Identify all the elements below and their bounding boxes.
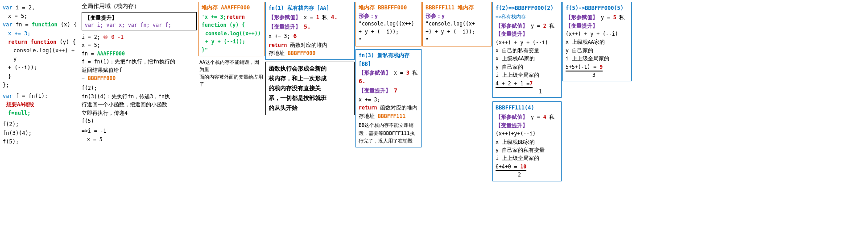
global-hoisting-box: 【变量提升】 var i; var x; var fn; var f; (82, 12, 197, 30)
code-line-4: x += 3; (3, 29, 79, 38)
assign-f2: f(2); (82, 84, 197, 92)
code-line-3: var fn = function (x) { (3, 21, 79, 29)
heap-bbb-box: 堆内存 BBBFFF000 形参：y "console.log((x++) + … (355, 2, 422, 46)
f2-stack-title: f(2)=>BBBFFF000(2) (496, 4, 558, 13)
fn4-param-row: 【形参赋值】 y = 4 私 (496, 113, 558, 121)
assign-fn: fn = AAAFFF000 (82, 50, 197, 58)
fn3-note: BB这个栈内存不能立即销 (359, 122, 418, 130)
fn4-y-note: y 自己家的私有变量 (496, 146, 558, 154)
f2-param-row: 【形参赋值】 y = 2 私 (496, 22, 558, 30)
assign-f-comment: f = fn(1)：先把fn执行，把fn执行的 (82, 58, 197, 66)
f2-y-note: y 自己家的 (496, 63, 558, 71)
code-line-7: + (--i)); (3, 63, 79, 72)
heap-aa-col: 堆内存 AAAFFF000 'x += 3;return function (y… (198, 2, 265, 233)
code-line-5: return function (y) { (3, 38, 79, 46)
fn4-result2: 2 (496, 171, 558, 179)
heap-aa-header: 堆内存 AAAFFF000 (202, 4, 261, 12)
code-line-12: f=null; (3, 109, 79, 118)
code-line-10: var f = fn(1): (3, 92, 79, 101)
heap-bbb111-param: 形参：y (426, 13, 488, 20)
result-i: =>i = -1 (82, 127, 197, 135)
fn3-stack-box: fn(3) 新私有栈内存 [BB] 【形参赋值】 x = 3 私 6. 【变量提… (355, 49, 422, 147)
code-line-11: 想要AA销毁 (3, 101, 79, 109)
assign-i: i = 2; ⑩ 0 -1 (82, 33, 197, 41)
fn3-hoist-row: 【变量提升】 7 (359, 86, 418, 96)
global-var-declares: var i; var x; var fn; var f; (85, 22, 194, 28)
fn3-note2: 毁，需要等BBBFFF111执 (359, 130, 418, 138)
f5-result2: 3 (566, 71, 628, 79)
code-line-8: } (3, 72, 79, 81)
code-line-14: fn(3)(4); (3, 129, 79, 138)
f2-calc1: (x++) + y + (--i) (496, 38, 558, 46)
fn4-result: 6+4+0 = 10 (496, 163, 558, 171)
heap-bbb111-col: BBBFFF111 堆内存 形参：y "console.log((x+ +) +… (422, 2, 492, 233)
fn3-param-row: 【形参赋值】 x = 3 私 6. (359, 69, 418, 86)
heap-bbb-param: 形参：y (359, 13, 418, 20)
heap-aa-content: 'x += 3;return function (y) { console.lo… (202, 13, 261, 54)
global-scope-title: 全局作用域（栈内存） (82, 3, 197, 10)
f5-stack-title: f(5)->BBBFFF000(5) (566, 4, 628, 13)
code-line-2: x = 5; (3, 12, 79, 21)
assign-fn34-comment2: 行返回一个小函数，把返回的小函数 (82, 101, 197, 109)
assign-x: x = 5; (82, 41, 197, 49)
f2-x-note2: x 上级栈AA家的 (496, 55, 558, 63)
global-assigns: i = 2; ⑩ 0 -1 x = 5; fn = AAAFFF000 f = … (82, 33, 197, 143)
f5-x-note: x 上级栈AA家的 (566, 38, 628, 46)
f2-stack-box: f(2)=>BBBFFF000(2) =>私有栈内存 【形参赋值】 y = 2 … (492, 2, 562, 98)
code-line-1: var i = 2, (3, 4, 79, 12)
fn3-code2: return 函数对应的堆内 (359, 104, 418, 112)
fn4-calc1: (x++)+y+(--i) (496, 130, 558, 138)
f2-subtitle: =>私有栈内存 (496, 13, 558, 21)
main-container: var i = 2, x = 5; var fn = function (x) … (0, 0, 868, 235)
code-line-6: console.log((x++) + y (3, 46, 79, 63)
f2-hoist-row: 【变量提升】 (496, 30, 558, 38)
heap-bbb-col: 堆内存 BBBFFF000 形参：y "console.log((x++) + … (355, 2, 422, 233)
f5-y-note: y 自己家的 (566, 46, 628, 55)
code-panel: var i = 2, x = 5; var fn = function (x) … (2, 2, 80, 233)
f2-x-note: x 自己的私有变量 (496, 46, 558, 55)
code-line-9: }; (3, 81, 79, 89)
assign-fn34-comment3: 立即再执行，传递4 (82, 109, 197, 117)
fn1-stack-col: fn(1) 私有栈内存 [AA] 【形参赋值】 x = 1 私 4. 【变量提升… (265, 2, 355, 233)
fn1-code1: x += 3; 6 (269, 32, 351, 41)
assign-f-val: = BBBFFF000 (82, 74, 197, 82)
heap-bbb-content: "console.log((x++) + y + (--i)); " (359, 20, 418, 44)
fn1-stack-title: fn(1) 私有栈内存 [AA] (269, 4, 351, 12)
code-line-13: f(2); (3, 120, 79, 129)
fn4-x-note: x 上级栈BB家的 (496, 138, 558, 146)
f2-stack-col: f(2)=>BBBFFF000(2) =>私有栈内存 【形参赋值】 y = 2 … (492, 2, 562, 233)
global-scope: 全局作用域（栈内存） 【变量提升】 var i; var x; var fn; … (81, 2, 198, 233)
fn1-param-row: 【形参赋值】 x = 1 私 4. (269, 13, 351, 22)
assign-f5: f(5) (82, 117, 197, 125)
f5-i-note: i 上上级全局家的 (566, 55, 628, 63)
fn4-stack-box: BBBFFF111(4) 【形参赋值】 y = 4 私 【变量提升】 (x++)… (492, 101, 562, 181)
f5-stack-box: f(5)->BBBFFF000(5) 【形参赋值】 y = 5 私 【变量提升】… (562, 2, 632, 81)
fn1-aa-note: AA这个栈内存不能销毁，因为里 面的内容被外面的变量给占用了 (198, 58, 265, 89)
assign-f-comment2: 返回结果赋值给f (82, 66, 197, 74)
heap-bbb111-header: BBBFFF111 堆内存 (426, 4, 488, 12)
f5-calc1: (x++) + y + (--i) (566, 30, 628, 38)
f5-param-row: 【形参赋值】 y = 5 私 (566, 13, 628, 21)
f2-result2: 1 (496, 88, 558, 96)
heap-bbb111-content: "console.log((x+ +) + y + (--i)); " (426, 20, 488, 44)
fn4-hoist-row: 【变量提升】 (496, 122, 558, 130)
f2-result: 4 + 2 + 1 =7 (496, 80, 558, 88)
heap-aa-box: 堆内存 AAAFFF000 'x += 3;return function (y… (198, 2, 265, 56)
assign-fn34-comment: fn(3)(4)：先执行fn，传递3，fn执 (82, 92, 197, 101)
fn3-code3: 存地址 BBBFFF111 (359, 112, 418, 120)
fn1-code2: return 函数对应的堆内 (269, 41, 351, 49)
fn3-note3: 行完了，没人用了在销毁 (359, 137, 418, 145)
code-line-15: f(5); (3, 138, 79, 146)
heap-bbb111-box: BBBFFF111 堆内存 形参：y "console.log((x+ +) +… (422, 2, 492, 46)
f2-i-note: i 上上级全局家的 (496, 71, 558, 79)
fn3-code1: x += 3; (359, 96, 418, 104)
heap-bbb-header: 堆内存 BBBFFF000 (359, 4, 418, 12)
fn1-stack-box: fn(1) 私有栈内存 [AA] 【形参赋值】 x = 1 私 4. 【变量提升… (265, 2, 355, 60)
fn4-stack-title: BBBFFF111(4) (496, 104, 558, 112)
global-hoist-label: 【变量提升】 (85, 14, 194, 22)
fn3-note-text: 函数执行会形成全新的栈内存，和上一次形成的栈内存没有直接关系，一切都是按部就班的… (269, 64, 351, 113)
fn3-stack-title: fn(3) 新私有栈内存 [BB] (359, 51, 418, 68)
f5-result: 5+5+(-1) = 9 (566, 63, 628, 71)
fn4-i-note: i 上上级全局家的 (496, 154, 558, 162)
result-x: x = 5 (82, 135, 197, 143)
